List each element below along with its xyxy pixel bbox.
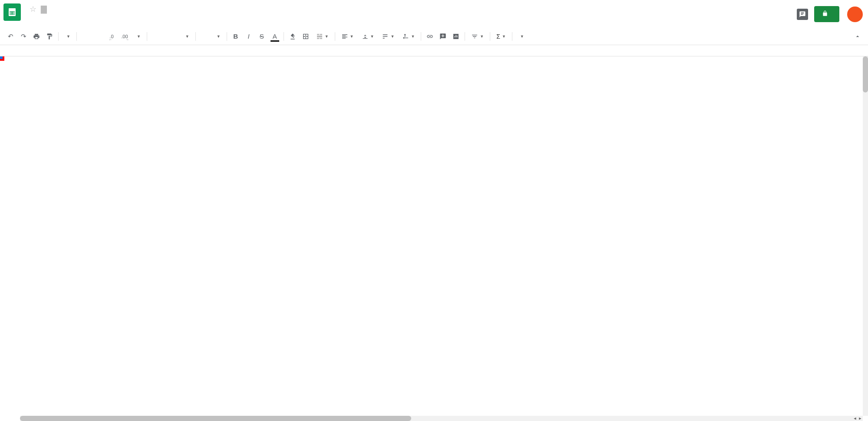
collapse-toolbar-button[interactable]: [851, 30, 864, 43]
sheet-nav-arrows[interactable]: ◄►: [852, 416, 863, 421]
paint-format-button[interactable]: [43, 30, 56, 43]
menu-edit[interactable]: [33, 16, 39, 20]
sheets-logo[interactable]: [3, 3, 21, 21]
bold-button[interactable]: B: [230, 30, 242, 43]
more-formats-dropdown[interactable]: ▼: [132, 30, 144, 43]
move-folder-icon[interactable]: ▇: [41, 4, 47, 14]
insert-chart-button[interactable]: [450, 30, 462, 43]
menu-bar: [25, 16, 797, 20]
fill-color-button[interactable]: [287, 30, 299, 43]
text-wrap-dropdown[interactable]: ▼: [378, 30, 398, 43]
undo-button[interactable]: ↶: [4, 30, 17, 43]
menu-insert[interactable]: [49, 16, 55, 20]
input-language-dropdown[interactable]: ▼: [515, 30, 528, 43]
redo-button[interactable]: ↷: [17, 30, 30, 43]
menu-addons[interactable]: [80, 16, 86, 20]
horizontal-scrollbar[interactable]: [20, 416, 852, 421]
star-icon[interactable]: ☆: [30, 4, 36, 14]
vertical-scrollbar[interactable]: [863, 56, 868, 416]
font-dropdown[interactable]: ▼: [150, 30, 193, 43]
borders-button[interactable]: [300, 30, 312, 43]
highlight-box-overlay: [0, 56, 4, 61]
share-button[interactable]: [814, 6, 839, 22]
grid-area[interactable]: ◄►: [0, 56, 868, 421]
svg-rect-4: [12, 11, 13, 15]
header: ☆ ▇: [0, 0, 868, 28]
selection-overlay: [0, 56, 2, 58]
lock-icon: [822, 10, 828, 18]
menu-file[interactable]: [25, 16, 31, 20]
italic-button[interactable]: I: [243, 30, 255, 43]
menu-data[interactable]: [64, 16, 70, 20]
comments-icon[interactable]: [797, 9, 808, 20]
menu-format[interactable]: [56, 16, 63, 20]
menu-tools[interactable]: [72, 16, 78, 20]
user-avatar[interactable]: [847, 7, 863, 22]
strikethrough-button[interactable]: S: [256, 30, 268, 43]
h-align-dropdown[interactable]: ▼: [338, 30, 357, 43]
print-button[interactable]: [30, 30, 43, 43]
zoom-dropdown[interactable]: ▼: [61, 30, 74, 43]
insert-comment-button[interactable]: [437, 30, 449, 43]
filter-dropdown[interactable]: ▼: [468, 30, 487, 43]
text-rotation-dropdown[interactable]: ▼: [399, 30, 418, 43]
merge-cells-dropdown[interactable]: ▼: [313, 30, 332, 43]
font-size-dropdown[interactable]: ▼: [198, 30, 224, 43]
menu-view[interactable]: [41, 16, 47, 20]
v-align-dropdown[interactable]: ▼: [358, 30, 378, 43]
text-color-button[interactable]: A: [269, 30, 281, 43]
currency-button[interactable]: [79, 30, 92, 43]
percent-button[interactable]: [92, 30, 105, 43]
menu-help[interactable]: [88, 16, 94, 20]
formula-bar: [0, 45, 868, 56]
toolbar: ↶ ↷ ▼ .0← .00→ ▼ ▼ ▼ B I S A ▼ ▼ ▼ ▼ ▼ ▼: [0, 28, 868, 45]
increase-decimal-button[interactable]: .00→: [119, 30, 131, 43]
formula-input[interactable]: [20, 47, 868, 54]
insert-link-button[interactable]: [424, 30, 436, 43]
decrease-decimal-button[interactable]: .0←: [106, 30, 118, 43]
functions-dropdown[interactable]: Σ▼: [493, 30, 509, 43]
